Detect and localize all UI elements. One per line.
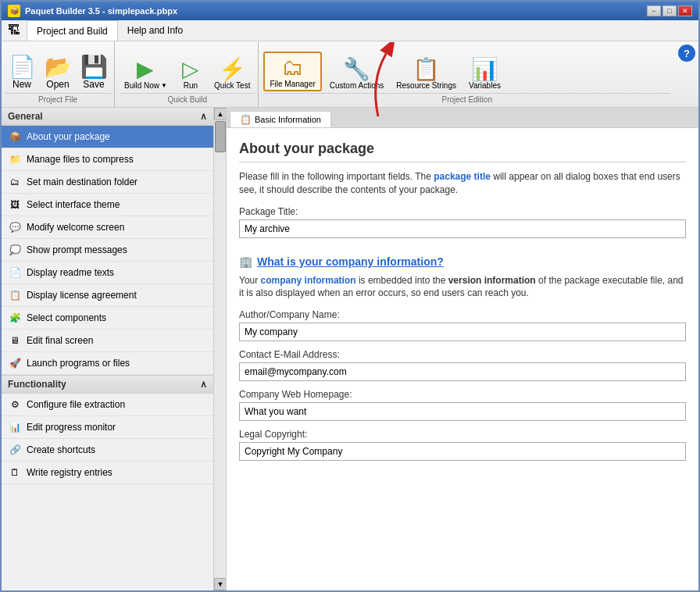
sidebar-item-about[interactable]: 📦 About your package [2,126,213,148]
content-tab-basic-info[interactable]: 📋 Basic Information [230,111,331,127]
toolbar-group-quick-build: ▶ Build Now ▼ ▷ Run ⚡ Quick Test Quick B… [116,41,259,107]
build-now-label: Build Now [124,81,159,90]
company-section-label: What is your company information? [257,255,444,268]
custom-actions-icon: 🔧 [345,56,370,81]
scrollbar-down-button[interactable]: ▼ [214,578,226,590]
sidebar-item-configure-extraction[interactable]: ⚙ Configure file extraction [2,394,213,416]
package-title-label: Package Title: [239,206,686,217]
app-icon: 📦 [8,5,20,17]
toolbar-group-quick-build-label: Quick Build [120,93,255,104]
author-input[interactable] [239,323,686,341]
open-icon: 📂 [45,54,70,79]
sidebar-prompt-messages-label: Show prompt messages [27,244,127,255]
toolbar-new-button[interactable]: 📄 New [5,52,39,91]
sidebar-item-edit-progress[interactable]: 📊 Edit progress monitor [2,416,213,439]
sidebar-manage-files-icon: 📁 [8,152,22,166]
highlight-package-title: package title [434,171,491,182]
build-now-label-row: Build Now ▼ [124,81,167,90]
highlight-company-info: company information [261,275,356,286]
toolbar-open-button[interactable]: 📂 Open [41,52,75,91]
homepage-input[interactable] [239,402,686,421]
sidebar-edit-final-label: Edit final screen [27,335,93,346]
copyright-input[interactable] [239,442,686,461]
scrollbar-thumb[interactable] [215,121,226,152]
sidebar-item-write-registry[interactable]: 🗒 Write registry entries [2,462,213,484]
title-bar-left: 📦 Paquet Builder 3.5 - simplepack.pbpx [8,5,177,17]
content-tab-basic-info-label: Basic Information [255,115,321,124]
sidebar-item-create-shortcuts[interactable]: 🔗 Create shortcuts [2,439,213,462]
sidebar-item-manage-files[interactable]: 📁 Manage files to compress [2,148,213,171]
sidebar-prompt-messages-icon: 💭 [8,243,22,257]
window-title: Paquet Builder 3.5 - simplepack.pbpx [25,6,177,16]
sidebar-display-license-icon: 📋 [8,288,22,302]
resource-strings-label: Resource Strings [396,81,456,90]
toolbar-custom-actions-button[interactable]: 🔧 Custom Actions [325,55,388,91]
email-label: Contact E-Mail Address: [239,349,686,360]
menu-tab-project-build-label[interactable]: Project and Build [27,20,118,41]
sidebar-item-interface-theme[interactable]: 🖼 Select interface theme [2,194,213,216]
run-icon: ▷ [178,56,203,81]
new-label: New [12,79,31,90]
sidebar-create-shortcuts-icon: 🔗 [8,443,22,457]
author-label: Author/Company Name: [239,309,686,320]
toolbar-run-button[interactable]: ▷ Run [173,55,208,91]
toolbar-help-area: ? [675,41,698,107]
main-area: General ∧ 📦 About your package 📁 Manage … [2,108,698,590]
maximize-button[interactable]: □ [662,5,677,16]
company-section-title[interactable]: 🏢 What is your company information? [239,255,686,268]
page-title: About your package [239,141,686,162]
sidebar-interface-theme-icon: 🖼 [8,198,22,212]
sidebar-welcome-screen-icon: 💬 [8,220,22,234]
tab-icon-basic-info: 📋 [240,114,252,125]
sidebar-item-set-destination[interactable]: 🗂 Set main destination folder [2,171,213,194]
sidebar-item-display-license[interactable]: 📋 Display license agreement [2,284,213,307]
sidebar-functionality-collapse-icon[interactable]: ∧ [200,379,207,390]
sidebar-edit-final-icon: 🖥 [8,333,22,348]
quick-test-label: Quick Test [214,81,251,90]
toolbar: 📄 New 📂 Open 💾 Save Project File ▶ [2,41,698,108]
toolbar-variables-button[interactable]: 📊 Variables [464,55,505,91]
toolbar-build-now-button[interactable]: ▶ Build Now ▼ [120,55,172,91]
sidebar-item-edit-final[interactable]: 🖥 Edit final screen [2,330,213,352]
sidebar-set-destination-label: Set main destination folder [27,177,138,187]
sidebar-general-collapse-icon[interactable]: ∧ [200,111,207,122]
sidebar-scrollbar[interactable]: ▲ ▼ [213,108,226,590]
description-text: Please fill in the following important f… [239,170,686,197]
sidebar-create-shortcuts-label: Create shortcuts [27,444,95,455]
sidebar-general-header: General ∧ [2,108,213,126]
menu-tab-help-info[interactable]: Help and Info [118,20,192,41]
sidebar-item-display-readme[interactable]: 📄 Display readme texts [2,262,213,284]
toolbar-items-project-edition: 🗂 File Manager 🔧 Custom Actions 📋 Resour… [263,45,670,91]
package-title-input[interactable] [239,219,686,238]
highlight-version-info: version information [448,275,536,286]
toolbar-file-manager-button[interactable]: 🗂 File Manager [263,52,321,91]
toolbar-items-project-file: 📄 New 📂 Open 💾 Save [5,45,111,91]
toolbar-group-project-file-label: Project File [5,93,111,104]
toolbar-resource-strings-button[interactable]: 📋 Resource Strings [391,55,461,91]
scrollbar-up-button[interactable]: ▲ [214,108,226,120]
email-input[interactable] [239,362,686,381]
sidebar-set-destination-icon: 🗂 [8,175,22,189]
sidebar-item-select-components[interactable]: 🧩 Select components [2,307,213,330]
toolbar-save-button[interactable]: 💾 Save [77,52,111,91]
scrollbar-track[interactable] [214,120,226,578]
sidebar-item-welcome-screen[interactable]: 💬 Modify welcome screen [2,216,213,239]
minimize-button[interactable]: − [647,5,661,16]
menu-tab-help-info-text: Help and Info [127,25,183,36]
sidebar-launch-programs-icon: 🚀 [8,356,22,370]
sidebar-display-license-label: Display license agreement [27,290,137,301]
sidebar-display-readme-icon: 📄 [8,266,22,280]
close-button[interactable]: ✕ [678,5,692,16]
toolbar-quick-test-button[interactable]: ⚡ Quick Test [209,55,255,91]
file-manager-icon: 🗂 [280,55,305,80]
sidebar-item-prompt-messages[interactable]: 💭 Show prompt messages [2,239,213,262]
sidebar-edit-progress-label: Edit progress monitor [27,422,116,433]
help-button[interactable]: ? [678,45,695,62]
sidebar-with-scroll: General ∧ 📦 About your package 📁 Manage … [2,108,226,590]
sidebar-configure-extraction-label: Configure file extraction [27,399,125,410]
sidebar-general-label: General [8,111,43,122]
sidebar-launch-programs-label: Launch programs or files [27,358,130,369]
toolbar-group-project-file: 📄 New 📂 Open 💾 Save Project File [2,41,115,107]
menu-tab-project-build: 🏗 [2,20,27,41]
sidebar-item-launch-programs[interactable]: 🚀 Launch programs or files [2,352,213,375]
